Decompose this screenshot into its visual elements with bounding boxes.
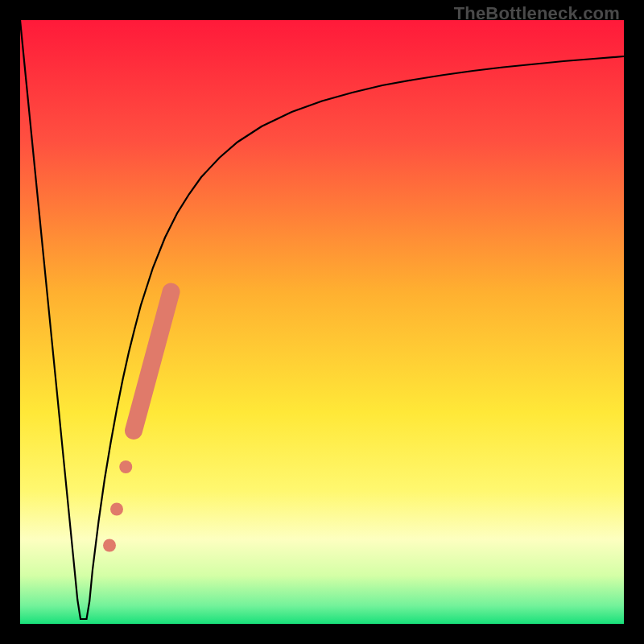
plot-area <box>20 20 624 624</box>
highlight-dot <box>103 539 116 552</box>
highlight-dot <box>119 460 132 473</box>
chart-svg <box>20 20 624 624</box>
gradient-background <box>20 20 624 624</box>
highlight-dot <box>110 503 123 516</box>
watermark-text: TheBottleneck.com <box>454 3 620 24</box>
chart-frame: TheBottleneck.com <box>0 0 644 644</box>
